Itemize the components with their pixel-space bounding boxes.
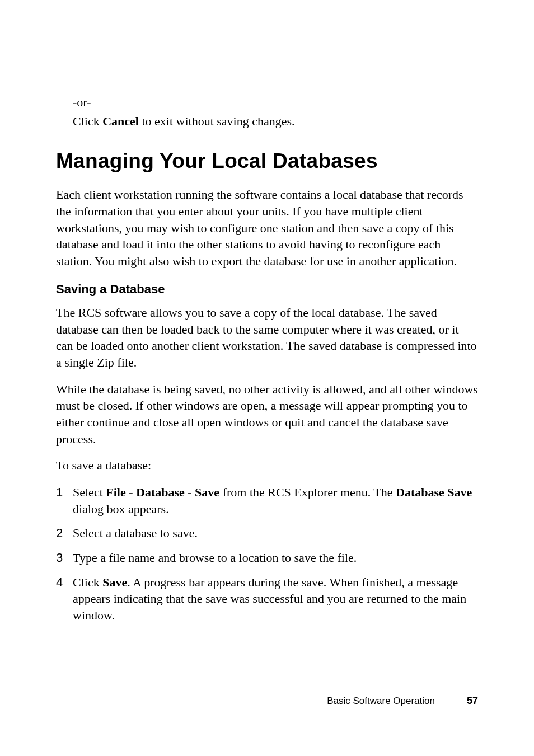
- step-number: 3: [56, 550, 73, 566]
- step-4: 4 Click Save. A progress bar appears dur…: [56, 574, 478, 624]
- step-4-bold-save: Save: [102, 575, 127, 589]
- continued-or-text: -or-: [56, 94, 478, 111]
- cancel-line-suffix: to exit without saving changes.: [139, 114, 295, 128]
- step-1: 1 Select File - Database - Save from the…: [56, 484, 478, 517]
- footer-divider: [451, 696, 451, 707]
- step-1-mid: from the RCS Explorer menu. The: [219, 485, 396, 499]
- step-number: 2: [56, 525, 73, 542]
- step-body: Select a database to save.: [73, 525, 478, 542]
- heading-managing-databases: Managing Your Local Databases: [56, 149, 478, 173]
- step-body: Click Save. A progress bar appears durin…: [73, 574, 478, 624]
- footer-section-title: Basic Software Operation: [327, 696, 435, 707]
- step-2: 2 Select a database to save.: [56, 525, 478, 542]
- intro-paragraph: Each client workstation running the soft…: [56, 186, 478, 269]
- page-footer: Basic Software Operation 57: [327, 695, 478, 707]
- paragraph-rcs-saving: The RCS software allows you to save a co…: [56, 304, 478, 371]
- step-4-suffix: . A progress bar appears during the save…: [73, 575, 466, 622]
- continued-cancel-line: Click Cancel to exit without saving chan…: [56, 113, 478, 130]
- step-1-bold-dialog: Database Save: [396, 485, 472, 499]
- cancel-line-prefix: Click: [73, 114, 102, 128]
- step-number: 4: [56, 574, 73, 624]
- step-1-prefix: Select: [73, 485, 106, 499]
- footer-page-number: 57: [467, 695, 478, 707]
- step-3: 3 Type a file name and browse to a locat…: [56, 550, 478, 566]
- heading-saving-database: Saving a Database: [56, 282, 478, 297]
- step-4-prefix: Click: [73, 575, 102, 589]
- step-body: Select File - Database - Save from the R…: [73, 484, 478, 517]
- cancel-bold: Cancel: [102, 114, 139, 128]
- lead-in-text: To save a database:: [56, 457, 478, 474]
- paragraph-while-saving: While the database is being saved, no ot…: [56, 381, 478, 448]
- steps-list: 1 Select File - Database - Save from the…: [56, 484, 478, 624]
- page: -or- Click Cancel to exit without saving…: [0, 0, 534, 756]
- step-1-suffix: dialog box appears.: [73, 502, 169, 516]
- step-number: 1: [56, 484, 73, 517]
- step-1-bold-menu: File - Database - Save: [106, 485, 219, 499]
- step-body: Type a file name and browse to a locatio…: [73, 550, 478, 566]
